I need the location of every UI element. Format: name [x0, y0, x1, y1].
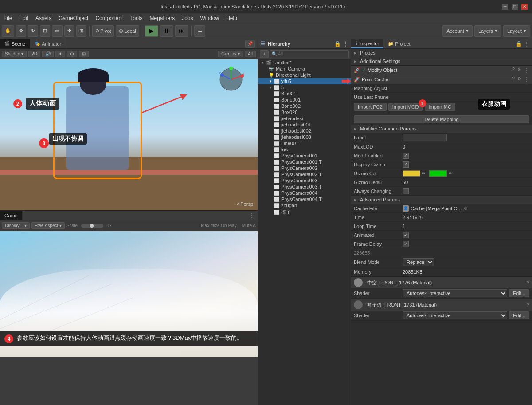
hierarchy-item-bone001[interactable]: ⬜Bone001: [258, 97, 351, 103]
advanced-params-section[interactable]: ▶ Advanced Params: [351, 196, 532, 204]
aspect-dropdown[interactable]: Free Aspect ▾: [31, 222, 65, 229]
custom-tool-button[interactable]: ⊞: [76, 25, 86, 37]
fx-toggle[interactable]: ✦: [55, 51, 65, 57]
2d-button[interactable]: 2D: [28, 51, 40, 57]
transform-tool-button[interactable]: ✣: [64, 25, 74, 37]
always-changing-checkbox[interactable]: [403, 188, 409, 194]
game-overflow-menu[interactable]: ⋮: [249, 212, 255, 219]
cache-file-target-icon[interactable]: ⊙: [464, 206, 467, 211]
hierarchy-item-jiehaodesi003[interactable]: ⬜jiehaodesi003: [258, 134, 351, 140]
hierarchy-item-chair[interactable]: ⬜椅子: [258, 208, 351, 216]
all-button[interactable]: All: [245, 51, 256, 57]
hierarchy-item-physcamera002[interactable]: ⬜PhysCamera002: [258, 165, 351, 171]
probes-section[interactable]: ▶ Probes: [351, 49, 532, 57]
modify-object-help-icon[interactable]: ?: [512, 67, 515, 73]
inspector-lock-icon[interactable]: 🔒: [516, 41, 522, 47]
maximize-button[interactable]: □: [512, 4, 518, 10]
account-button[interactable]: Account ▾: [442, 25, 473, 37]
gizmo-col-edit-1[interactable]: ✏: [422, 171, 426, 176]
collab-button[interactable]: ☁: [194, 25, 205, 37]
step-button[interactable]: ⏭: [175, 25, 188, 37]
hierarchy-item-physcamera002t[interactable]: ⬜PhysCamera002.T: [258, 171, 351, 177]
scale-slider[interactable]: [81, 224, 103, 228]
gizmo-col-swatch-1[interactable]: [403, 170, 420, 177]
material-2-shader-select[interactable]: Autodesk Interactive: [403, 311, 507, 319]
inspector-overflow-icon[interactable]: ⋮: [524, 41, 529, 47]
display-button[interactable]: Display 1 ▾: [2, 222, 30, 229]
menu-file[interactable]: File: [0, 14, 16, 22]
game-tab[interactable]: Game: [0, 211, 23, 220]
animated-checkbox[interactable]: [403, 232, 409, 238]
hierarchy-item-line001[interactable]: ⬜Line001: [258, 140, 351, 146]
hierarchy-item-dir-light[interactable]: 💡 Directional Light: [258, 72, 351, 78]
hand-tool-button[interactable]: ✋: [2, 25, 14, 37]
audio-toggle[interactable]: 🔊: [42, 51, 54, 57]
hierarchy-item-zhugan[interactable]: ⬜zhugan: [258, 202, 351, 208]
delete-mapping-button[interactable]: Delete Mapping: [354, 115, 529, 123]
scene-3d-view[interactable]: x y z < Persp 3 出现不协调: [0, 59, 258, 210]
project-tab[interactable]: 📁 Project: [383, 39, 415, 48]
hierarchy-item-bone002[interactable]: ⬜Bone002: [258, 103, 351, 109]
gizmo-col-swatch-2[interactable]: [429, 170, 447, 177]
hierarchy-item-low[interactable]: ⬜low: [258, 146, 351, 153]
layers-button[interactable]: Layers ▾: [474, 25, 501, 37]
hierarchy-item-jiehaodesi001[interactable]: ⬜jiehaodesi001: [258, 122, 351, 128]
layout-button[interactable]: Layout ▾: [503, 25, 530, 37]
scale-tool-button[interactable]: ⊡: [40, 25, 50, 37]
material-1-help-icon[interactable]: ?: [527, 280, 529, 285]
rotate-tool-button[interactable]: ↻: [28, 25, 38, 37]
rect-tool-button[interactable]: ▭: [52, 25, 63, 37]
point-cache-menu-icon[interactable]: ⋮: [524, 76, 529, 83]
hierarchy-item-box020[interactable]: ⬜Box020: [258, 109, 351, 115]
pivot-button[interactable]: ⊙ Pivot: [92, 25, 114, 37]
scene-tab[interactable]: 🎬 Scene: [0, 39, 30, 48]
local-button[interactable]: ◎ Local: [116, 25, 139, 37]
animator-tab[interactable]: 🎭 Animator: [30, 39, 66, 48]
import-mc-button[interactable]: Import MC: [425, 103, 455, 111]
maximize-on-play[interactable]: Maximize On Play: [201, 223, 237, 228]
modify-object-settings-icon[interactable]: ⚙: [517, 67, 521, 73]
hierarchy-lock-icon[interactable]: 🔒: [334, 41, 341, 47]
hierarchy-item-physcamera001t[interactable]: ⬜PhysCamera001.T: [258, 159, 351, 165]
gizmos-dropdown[interactable]: Gizmos ▾: [218, 51, 243, 57]
blend-mode-select[interactable]: Replace Add Subtract: [403, 258, 434, 266]
menu-window[interactable]: Window: [197, 14, 223, 22]
scene-gizmo[interactable]: x y z: [218, 66, 244, 94]
material-1-shader-select[interactable]: Autodesk Interactive: [403, 289, 507, 297]
play-button[interactable]: ▶: [145, 25, 158, 37]
hierarchy-item-main-camera[interactable]: 📷 Main Camera: [258, 66, 351, 72]
modify-object-check[interactable]: ✓: [362, 67, 366, 73]
hierarchy-item-physcamera004t[interactable]: ⬜PhysCamera004.T: [258, 196, 351, 202]
hierarchy-item-jiehaodesi002[interactable]: ⬜jiehaodesi002: [258, 128, 351, 134]
scene-pin-button[interactable]: 📌: [245, 40, 255, 48]
pause-button[interactable]: ⏸: [160, 25, 173, 37]
inspector-tab[interactable]: ℹ Inspector: [351, 39, 383, 48]
menu-gameobject[interactable]: GameObject: [55, 14, 92, 22]
hierarchy-item-jiehaodesi[interactable]: ⬜jiehaodesi: [258, 115, 351, 122]
menu-tools[interactable]: Tools: [126, 14, 146, 22]
menu-megafiers[interactable]: MegaFiers: [146, 14, 178, 22]
frame-delay-checkbox[interactable]: [403, 241, 409, 247]
hierarchy-item-5[interactable]: ▼ ⬜ 5: [258, 84, 351, 90]
material-2-help-icon[interactable]: ?: [527, 303, 529, 307]
menu-help[interactable]: Help: [223, 14, 241, 22]
modifier-common-section[interactable]: ▶ Modifier Common Params: [351, 125, 532, 133]
hierarchy-item-physcamera004[interactable]: ⬜PhysCamera004: [258, 190, 351, 196]
minimize-button[interactable]: ─: [502, 4, 508, 10]
hierarchy-item-physcamera003t[interactable]: ⬜PhysCamera003.T: [258, 184, 351, 190]
additional-settings-section[interactable]: ▶ Additional Settings: [351, 57, 532, 66]
gizmo-col-edit-2[interactable]: ✏: [449, 171, 452, 176]
grid-toggle[interactable]: ⊞: [79, 51, 89, 57]
display-gizmo-checkbox[interactable]: [403, 161, 409, 168]
menu-edit[interactable]: Edit: [16, 14, 32, 22]
modify-object-menu-icon[interactable]: ⋮: [524, 67, 529, 73]
point-cache-help-icon[interactable]: ?: [512, 76, 515, 83]
menu-assets[interactable]: Assets: [32, 14, 55, 22]
import-mod-button[interactable]: Import MOD: [388, 103, 423, 111]
material-2-edit-button[interactable]: Edit...: [509, 311, 529, 319]
point-cache-settings-icon[interactable]: ⚙: [517, 76, 521, 83]
hierarchy-item-untitled[interactable]: ▼ 🎬 Untitled*: [258, 59, 351, 66]
hierarchy-overflow-icon[interactable]: ⋮: [343, 41, 348, 47]
scene-view-opts[interactable]: ⚙: [67, 51, 77, 57]
hierarchy-content[interactable]: ▼ 🎬 Untitled* 📷 Main Camera 💡 Directiona…: [258, 59, 351, 405]
